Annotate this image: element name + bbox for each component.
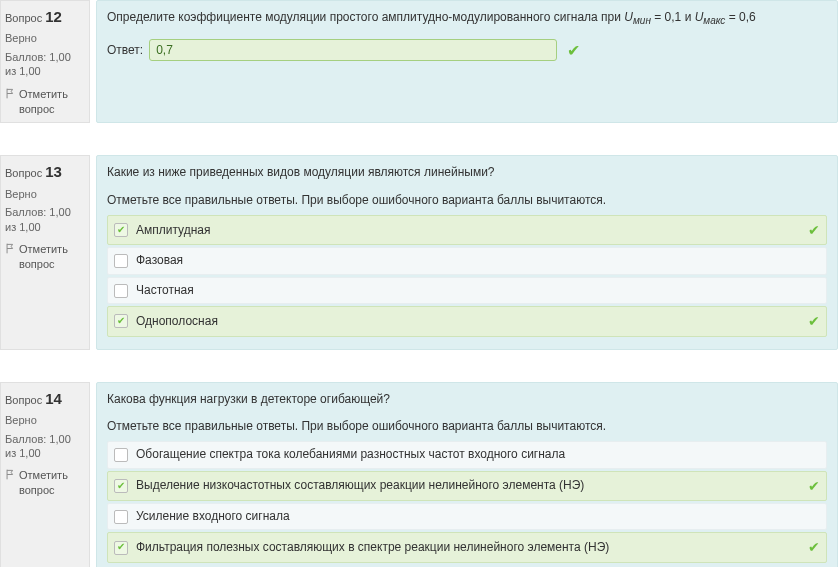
checkbox-icon: ✔ [114, 223, 128, 237]
question-state: Верно [5, 413, 85, 428]
check-icon: ✔ [808, 220, 820, 240]
question-row: Вопрос 13ВерноБаллов: 1,00 из 1,00Отмети… [0, 155, 838, 349]
question-label: Вопрос [5, 12, 42, 24]
option-label: Выделение низкочастотных составляющих ре… [136, 477, 796, 494]
flag-question-link[interactable]: Отметить вопрос [5, 468, 85, 498]
checkbox-icon [114, 448, 128, 462]
question-state: Верно [5, 187, 85, 202]
question-grade: Баллов: 1,00 из 1,00 [5, 50, 85, 79]
checkbox-icon [114, 284, 128, 298]
question-text: Какие из ниже приведенных видов модуляци… [107, 164, 827, 181]
option-label: Фильтрация полезных составляющих в спект… [136, 539, 796, 556]
checkbox-icon [114, 254, 128, 268]
question-grade: Баллов: 1,00 из 1,00 [5, 205, 85, 234]
question-info: Вопрос 14ВерноБаллов: 1,00 из 1,00Отмети… [0, 382, 90, 567]
option-row[interactable]: ✔Выделение низкочастотных составляющих р… [107, 471, 827, 501]
flag-question-link[interactable]: Отметить вопрос [5, 242, 85, 272]
flag-label: Отметить вопрос [19, 87, 85, 117]
flag-question-link[interactable]: Отметить вопрос [5, 87, 85, 117]
option-label: Фазовая [136, 252, 820, 269]
question-info: Вопрос 13ВерноБаллов: 1,00 из 1,00Отмети… [0, 155, 90, 349]
question-state: Верно [5, 31, 85, 46]
option-row[interactable]: Фазовая [107, 247, 827, 274]
question-number: 12 [45, 8, 62, 25]
question-content: Какие из ниже приведенных видов модуляци… [96, 155, 838, 349]
instruction-text: Отметьте все правильные ответы. При выбо… [107, 418, 827, 435]
answer-input[interactable] [149, 39, 557, 61]
answer-label: Ответ: [107, 42, 143, 59]
option-row[interactable]: ✔Амплитудная✔ [107, 215, 827, 245]
check-icon: ✔ [808, 476, 820, 496]
check-icon: ✔ [808, 311, 820, 331]
question-text: Какова функция нагрузки в детекторе огиб… [107, 391, 827, 408]
option-label: Однополосная [136, 313, 796, 330]
question-label: Вопрос [5, 167, 42, 179]
checkbox-icon [114, 510, 128, 524]
question-info: Вопрос 12ВерноБаллов: 1,00 из 1,00Отмети… [0, 0, 90, 123]
checkbox-icon: ✔ [114, 479, 128, 493]
question-text: Определите коэффициенте модуляции просто… [107, 9, 827, 29]
check-icon: ✔ [567, 39, 580, 62]
option-row[interactable]: Обогащение спектра тока колебаниями разн… [107, 441, 827, 468]
option-row[interactable]: ✔Однополосная✔ [107, 306, 827, 336]
question-content: Определите коэффициенте модуляции просто… [96, 0, 838, 123]
option-row[interactable]: Частотная [107, 277, 827, 304]
option-label: Усиление входного сигнала [136, 508, 820, 525]
instruction-text: Отметьте все правильные ответы. При выбо… [107, 192, 827, 209]
question-number: 13 [45, 163, 62, 180]
question-row: Вопрос 14ВерноБаллов: 1,00 из 1,00Отмети… [0, 382, 838, 567]
flag-label: Отметить вопрос [19, 468, 85, 498]
option-label: Амплитудная [136, 222, 796, 239]
question-row: Вопрос 12ВерноБаллов: 1,00 из 1,00Отмети… [0, 0, 838, 123]
checkbox-icon: ✔ [114, 314, 128, 328]
question-content: Какова функция нагрузки в детекторе огиб… [96, 382, 838, 567]
question-grade: Баллов: 1,00 из 1,00 [5, 432, 85, 461]
checkbox-icon: ✔ [114, 541, 128, 555]
question-number: 14 [45, 390, 62, 407]
option-label: Частотная [136, 282, 820, 299]
option-row[interactable]: Усиление входного сигнала [107, 503, 827, 530]
flag-label: Отметить вопрос [19, 242, 85, 272]
option-row[interactable]: ✔Фильтрация полезных составляющих в спек… [107, 532, 827, 562]
check-icon: ✔ [808, 537, 820, 557]
option-label: Обогащение спектра тока колебаниями разн… [136, 446, 820, 463]
question-label: Вопрос [5, 394, 42, 406]
